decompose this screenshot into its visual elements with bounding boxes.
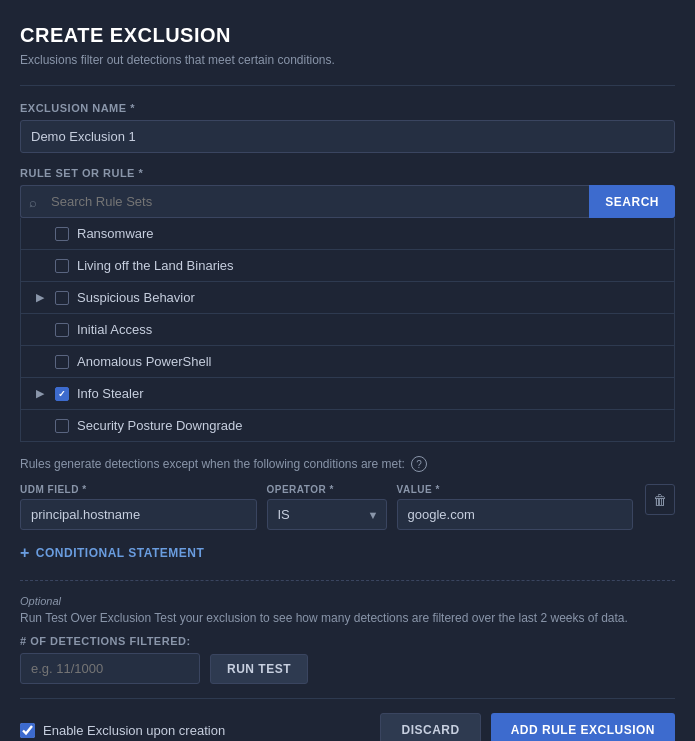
search-icon: ⌕ (29, 194, 37, 209)
discard-button[interactable]: DISCARD (380, 713, 480, 741)
udm-field-col: UDM FIELD * (20, 484, 257, 530)
value-field-col: VALUE * (397, 484, 634, 530)
rule-checkbox-secposture[interactable] (55, 419, 69, 433)
trash-icon: 🗑 (653, 492, 667, 508)
operator-field-col: OPERATOR * IS IS NOT CONTAINS STARTS WIT… (267, 484, 387, 530)
operator-select-wrap: IS IS NOT CONTAINS STARTS WITH ENDS WITH… (267, 499, 387, 530)
chevron-suspicious-icon: ▶ (33, 291, 47, 305)
dashed-divider (20, 580, 675, 581)
operator-label: OPERATOR * (267, 484, 387, 495)
rule-checkbox-suspicious[interactable] (55, 291, 69, 305)
add-condition-label: CONDITIONAL STATEMENT (36, 546, 205, 560)
enable-exclusion-label: Enable Exclusion upon creation (43, 723, 225, 738)
add-condition-button[interactable]: + CONDITIONAL STATEMENT (20, 540, 204, 566)
rule-item-infostealer[interactable]: ▶ Info Stealer (21, 378, 674, 410)
rule-label-infostealer: Info Stealer (77, 386, 144, 401)
delete-condition-button[interactable]: 🗑 (645, 484, 675, 515)
rule-label-initial: Initial Access (77, 322, 152, 337)
title-divider (20, 85, 675, 86)
rule-label-anomalous: Anomalous PowerShell (77, 354, 211, 369)
optional-description: Run Test Over Exclusion Test your exclus… (20, 611, 675, 625)
rule-item-secposture[interactable]: Security Posture Downgrade (21, 410, 674, 441)
fields-row: UDM FIELD * OPERATOR * IS IS NOT CONTAIN… (20, 484, 675, 530)
help-icon[interactable]: ? (411, 456, 427, 472)
rule-list: Ransomware Living off the Land Binaries … (20, 218, 675, 442)
rule-checkbox-ransomware[interactable] (55, 227, 69, 241)
udm-label: UDM FIELD * (20, 484, 257, 495)
footer-buttons: DISCARD ADD RULE EXCLUSION (380, 713, 675, 741)
page-title: CREATE EXCLUSION (20, 24, 675, 47)
rule-set-label: RULE SET OR RULE * (20, 167, 675, 179)
rule-item-lotl[interactable]: Living off the Land Binaries (21, 250, 674, 282)
exclusion-name-label: EXCLUSION NAME * (20, 102, 675, 114)
rule-item-initial[interactable]: Initial Access (21, 314, 674, 346)
conditions-text: Rules generate detections except when th… (20, 456, 675, 472)
rule-item-suspicious[interactable]: ▶ Suspicious Behavior (21, 282, 674, 314)
rule-item-ransomware[interactable]: Ransomware (21, 218, 674, 250)
run-test-button[interactable]: RUN TEST (210, 654, 308, 684)
run-test-row: RUN TEST (20, 653, 675, 684)
rule-checkbox-lotl[interactable] (55, 259, 69, 273)
rule-label-lotl: Living off the Land Binaries (77, 258, 234, 273)
plus-icon: + (20, 544, 30, 562)
chevron-infostealer-icon: ▶ (33, 387, 47, 401)
exclusion-name-input[interactable] (20, 120, 675, 153)
search-input[interactable] (20, 185, 589, 218)
value-label: VALUE * (397, 484, 634, 495)
rule-label-ransomware: Ransomware (77, 226, 154, 241)
rule-label-secposture: Security Posture Downgrade (77, 418, 242, 433)
value-field-input[interactable] (397, 499, 634, 530)
rule-checkbox-anomalous[interactable] (55, 355, 69, 369)
add-exclusion-button[interactable]: ADD RULE EXCLUSION (491, 713, 675, 741)
enable-checkbox-row: Enable Exclusion upon creation (20, 723, 225, 738)
footer-row: Enable Exclusion upon creation DISCARD A… (20, 698, 675, 741)
operator-select[interactable]: IS IS NOT CONTAINS STARTS WITH ENDS WITH (267, 499, 387, 530)
delete-btn-col: 🗑 (643, 484, 675, 517)
rule-checkbox-initial[interactable] (55, 323, 69, 337)
enable-exclusion-checkbox[interactable] (20, 723, 35, 738)
search-button[interactable]: SEARCH (589, 185, 675, 218)
page-subtitle: Exclusions filter out detections that me… (20, 53, 675, 67)
optional-label: Optional (20, 595, 675, 607)
detections-label: # OF DETECTIONS FILTERED: (20, 635, 675, 647)
optional-section: Optional Run Test Over Exclusion Test yo… (20, 595, 675, 684)
conditions-section: Rules generate detections except when th… (20, 456, 675, 566)
rule-checkbox-infostealer[interactable] (55, 387, 69, 401)
rule-item-anomalous[interactable]: Anomalous PowerShell (21, 346, 674, 378)
rule-label-suspicious: Suspicious Behavior (77, 290, 195, 305)
detections-input[interactable] (20, 653, 200, 684)
udm-field-input[interactable] (20, 499, 257, 530)
